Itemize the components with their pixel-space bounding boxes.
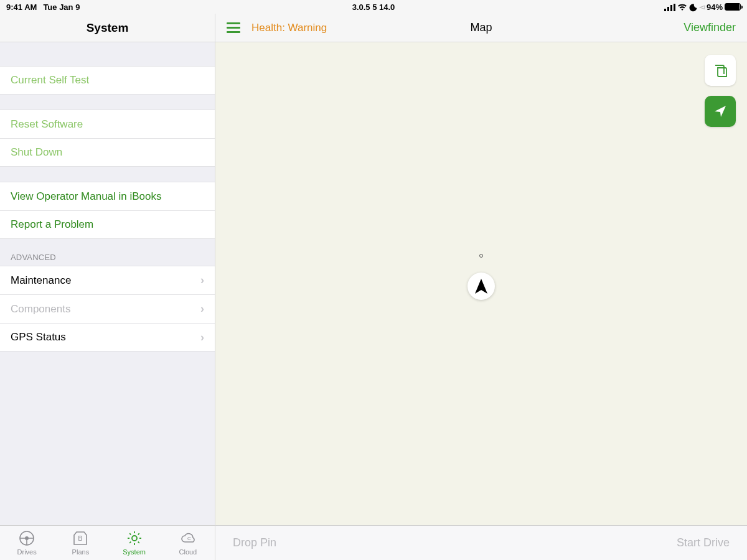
status-version: 3.0.5 5 14.0 (0, 2, 747, 12)
tab-label: Cloud (179, 548, 197, 556)
svg-text:C: C (187, 536, 191, 541)
row-shut-down[interactable]: Shut Down (0, 138, 215, 167)
chevron-right-icon: › (200, 331, 204, 344)
row-label: Reset Software (11, 118, 83, 131)
location-off-icon: ◅ (699, 2, 705, 11)
svg-rect-2 (670, 5, 672, 11)
svg-rect-3 (674, 4, 675, 11)
row-label: Shut Down (11, 146, 62, 159)
tab-drives[interactable]: Drives (0, 526, 54, 560)
row-label: Maintenance (11, 274, 71, 287)
status-date: Tue Jan 9 (43, 2, 80, 12)
locate-button[interactable] (705, 96, 736, 127)
chevron-right-icon: › (200, 274, 204, 287)
layers-icon (712, 62, 728, 78)
tab-plans[interactable]: B Plans (54, 526, 107, 560)
row-label: Report a Problem (11, 218, 93, 231)
svg-point-5 (25, 536, 29, 540)
hamburger-icon[interactable] (227, 22, 240, 33)
tabbar: Drives B Plans System C Cloud (0, 525, 215, 560)
main-footer: Drop Pin Start Drive (215, 525, 747, 560)
sidebar: System Current Self Test Reset Software … (0, 14, 215, 560)
map-canvas[interactable] (215, 42, 747, 525)
row-label: Current Self Test (11, 74, 89, 86)
main-pane: Health: Warning Map Viewfinder Drop Pin (215, 14, 747, 560)
viewfinder-button[interactable]: Viewfinder (684, 21, 736, 34)
row-view-operator-manual[interactable]: View Operator Manual in iBooks (0, 182, 215, 210)
row-components: Components › (0, 294, 215, 323)
row-label: GPS Status (11, 331, 66, 343)
start-drive-button[interactable]: Start Drive (677, 536, 730, 549)
row-label: View Operator Manual in iBooks (11, 190, 162, 203)
row-report-a-problem[interactable]: Report a Problem (0, 210, 215, 239)
tab-cloud[interactable]: C Cloud (161, 526, 215, 560)
tab-system[interactable]: System (108, 526, 161, 560)
battery-icon (725, 3, 741, 11)
plans-icon: B (72, 530, 88, 546)
tab-label: Plans (72, 548, 90, 556)
chevron-right-icon: › (200, 302, 204, 315)
steering-wheel-icon (19, 530, 35, 546)
row-current-self-test[interactable]: Current Self Test (0, 66, 215, 95)
row-maintenance[interactable]: Maintenance › (0, 266, 215, 294)
main-header: Health: Warning Map Viewfinder (215, 14, 747, 42)
svg-text:B: B (78, 534, 83, 542)
status-bar: 9:41 AM Tue Jan 9 3.0.5 5 14.0 ◅ 94% (0, 0, 747, 14)
row-reset-software[interactable]: Reset Software (0, 110, 215, 138)
compass-marker[interactable] (467, 273, 495, 300)
svg-point-7 (132, 536, 137, 541)
svg-rect-1 (667, 7, 669, 11)
health-status[interactable]: Health: Warning (251, 22, 327, 34)
wifi-icon (677, 2, 687, 12)
svg-rect-0 (664, 9, 666, 11)
compass-icon (474, 278, 489, 295)
row-label: Components (11, 303, 70, 315)
drop-pin-button[interactable]: Drop Pin (233, 536, 276, 549)
tab-label: Drives (17, 548, 37, 556)
signal-icon (664, 2, 675, 12)
moon-icon (689, 2, 697, 11)
cloud-icon: C (180, 530, 196, 546)
sidebar-title: System (0, 14, 215, 42)
map-point-icon (479, 254, 483, 258)
battery-percent: 94% (707, 2, 723, 12)
layers-button[interactable] (705, 55, 736, 86)
gear-icon (126, 530, 143, 546)
section-header-advanced: ADVANCED (0, 239, 215, 266)
tab-label: System (123, 548, 146, 556)
status-time: 9:41 AM (6, 2, 37, 12)
locate-icon (713, 104, 728, 119)
row-gps-status[interactable]: GPS Status › (0, 323, 215, 352)
